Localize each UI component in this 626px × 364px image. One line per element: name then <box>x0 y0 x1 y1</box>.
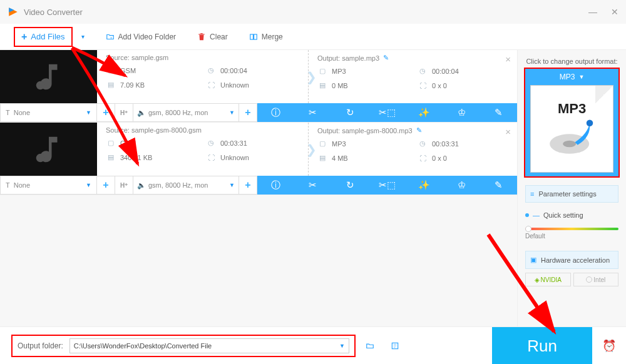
file-item: × Source: sample-gsm-8000.gsm ▢GSM ◷00:0… <box>0 123 517 195</box>
svg-point-6 <box>563 141 576 148</box>
app-logo-icon <box>8 6 19 18</box>
svg-point-7 <box>586 120 593 127</box>
open-folder-button[interactable] <box>361 336 379 355</box>
cut-button[interactable]: ✂ <box>294 103 331 122</box>
chevron-down-icon: ▼ <box>86 182 91 188</box>
open-file-button[interactable] <box>386 336 404 355</box>
chevron-down-icon: ▼ <box>86 109 91 116</box>
output-folder-path: C:\Users\WonderFox\Desktop\Converted Fil… <box>74 342 212 350</box>
add-files-chevron-icon[interactable]: ▾ <box>81 33 85 40</box>
nvidia-chip[interactable]: ◈NVIDIA <box>525 273 571 286</box>
chevron-down-icon: ▼ <box>229 109 235 116</box>
merge-button[interactable]: Merge <box>249 33 283 41</box>
crop-button[interactable]: ✂⬚ <box>369 103 406 122</box>
quick-setting-label: — Quick setting <box>525 211 618 219</box>
output-duration: 00:03:31 <box>432 140 459 148</box>
run-button[interactable]: Run <box>492 327 592 364</box>
hardware-accel-button[interactable]: ▣ Hardware acceleration <box>525 251 618 269</box>
effects-button[interactable]: ✨ <box>406 176 443 195</box>
chevron-down-icon: ▼ <box>578 74 584 80</box>
output-resolution: 0 x 0 <box>432 82 447 89</box>
edit-button[interactable]: ✎ <box>480 176 517 195</box>
output-header: Output: sample.mp3 <box>317 54 379 62</box>
output-duration: 00:00:04 <box>432 68 459 75</box>
close-window-button[interactable]: ✕ <box>611 7 618 17</box>
audio-track-dropdown[interactable]: 🔈gsm, 8000 Hz, mon▼ <box>133 176 239 195</box>
title-bar: Video Converter — ✕ <box>0 0 626 24</box>
svg-text:+: + <box>110 35 113 39</box>
file-action-bar: TNone▼ + H⁺ 🔈gsm, 8000 Hz, mon▼ + ⓘ ✂ ↻ … <box>0 176 517 195</box>
hw-decode-button[interactable]: H⁺ <box>115 103 133 122</box>
rotate-button[interactable]: ↻ <box>332 176 369 195</box>
output-format-selector[interactable]: MP3▼ MP3 <box>525 69 618 176</box>
audio-track-dropdown[interactable]: 🔈gsm, 8000 Hz, mon▼ <box>133 103 239 122</box>
right-panel: Click to change output format: MP3▼ MP3 … <box>517 50 626 326</box>
output-resolution: 0 x 0 <box>432 154 447 162</box>
clear-label: Clear <box>210 33 228 41</box>
output-size: 4 MB <box>332 154 348 162</box>
param-settings-label: Parameter settings <box>538 190 596 198</box>
slider-default-label: Default <box>525 233 618 240</box>
clock-icon: ◷ <box>206 66 216 74</box>
output-folder-input[interactable]: C:\Users\WonderFox\Desktop\Converted Fil… <box>69 338 349 353</box>
resolution-icon: ⛶ <box>206 154 216 161</box>
source-size: 340.41 KB <box>120 154 152 161</box>
add-folder-button[interactable]: + Add Video Folder <box>106 33 177 41</box>
effects-button[interactable]: ✨ <box>406 103 443 122</box>
cut-button[interactable]: ✂ <box>294 176 331 195</box>
edit-output-icon[interactable]: ✎ <box>383 54 389 62</box>
add-subtitle-button[interactable]: + <box>96 176 115 195</box>
subtitle-value: None <box>14 109 30 116</box>
audio-track-value: gsm, 8000 Hz, mon <box>148 181 208 189</box>
svg-point-4 <box>36 153 44 162</box>
merge-label: Merge <box>262 33 283 41</box>
file-thumbnail[interactable] <box>0 123 97 176</box>
parameter-settings-button[interactable]: ≡ Parameter settings <box>525 185 618 203</box>
subtitle-icon: T <box>6 181 10 189</box>
arrow-right-icon: ❯ <box>306 142 317 157</box>
source-format: GSM <box>120 67 136 74</box>
quality-slider[interactable] <box>525 228 618 230</box>
arrow-right-icon: ❯ <box>306 69 317 84</box>
output-header: Output: sample-gsm-8000.mp3 <box>317 127 413 134</box>
size-icon: ▤ <box>106 81 116 89</box>
hw-accel-label: Hardware acceleration <box>541 256 610 264</box>
file-thumbnail[interactable] <box>0 50 97 103</box>
schedule-button[interactable]: ⏰ <box>601 338 617 354</box>
edit-output-icon[interactable]: ✎ <box>416 126 422 134</box>
resolution-icon: ⛶ <box>206 81 216 89</box>
source-header: Source: sample.gsm <box>106 54 299 61</box>
edit-button[interactable]: ✎ <box>480 103 517 122</box>
watermark-button[interactable]: ♔ <box>443 176 480 195</box>
merge-icon <box>249 33 258 41</box>
add-audio-button[interactable]: + <box>239 176 257 195</box>
subtitle-icon: T <box>6 109 10 116</box>
subtitle-dropdown[interactable]: TNone▼ <box>0 176 97 195</box>
svg-point-3 <box>36 81 44 89</box>
chevron-down-icon: ▼ <box>229 182 235 188</box>
output-folder-label: Output folder: <box>18 341 63 350</box>
audio-track-value: gsm, 8000 Hz, mon <box>148 109 208 116</box>
intel-chip[interactable]: Intel <box>573 273 619 286</box>
minimize-button[interactable]: — <box>588 7 597 17</box>
chip-icon: ▣ <box>530 256 536 264</box>
info-button[interactable]: ⓘ <box>257 103 294 122</box>
format-icon: ▢ <box>317 139 327 148</box>
file-action-bar: TNone▼ + H⁺ 🔈gsm, 8000 Hz, mon▼ + ⓘ ✂ ↻ … <box>0 103 517 122</box>
add-subtitle-button[interactable]: + <box>96 103 115 122</box>
hw-decode-button[interactable]: H⁺ <box>115 176 133 195</box>
music-note-icon <box>32 133 66 166</box>
output-format: MP3 <box>332 140 346 148</box>
main-toolbar: + Add Files ▾ + Add Video Folder Clear M… <box>0 24 626 50</box>
app-title: Video Converter <box>24 8 83 17</box>
clear-button[interactable]: Clear <box>197 33 228 41</box>
watermark-button[interactable]: ♔ <box>443 103 480 122</box>
add-files-button[interactable]: + Add Files <box>15 28 71 46</box>
crop-button[interactable]: ✂⬚ <box>369 176 406 195</box>
add-audio-button[interactable]: + <box>239 103 257 122</box>
subtitle-dropdown[interactable]: TNone▼ <box>0 103 97 122</box>
dot-icon <box>525 213 529 217</box>
rotate-button[interactable]: ↻ <box>332 103 369 122</box>
subtitle-value: None <box>14 181 30 189</box>
info-button[interactable]: ⓘ <box>257 176 294 195</box>
